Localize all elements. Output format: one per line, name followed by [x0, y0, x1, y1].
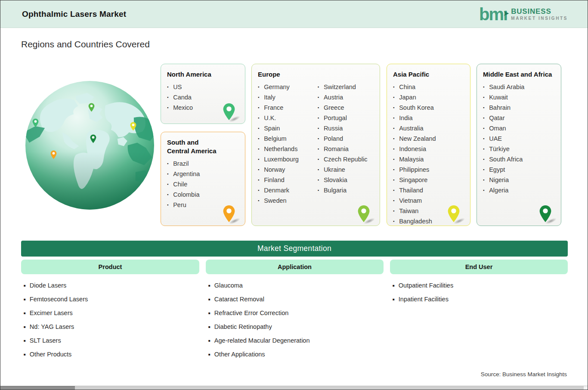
- segment-item: ■Excimer Lasers: [24, 310, 88, 318]
- logo-line1: BUSINESS: [511, 8, 568, 15]
- country-item: ▪Luxembourg: [258, 155, 318, 165]
- horizontal-scrollbar[interactable]: [0, 386, 588, 390]
- bullet-icon: ■: [24, 297, 26, 301]
- country-label: Slovakia: [324, 175, 347, 185]
- country-label: Kuwait: [489, 93, 508, 102]
- country-item: ▪South Africa: [483, 155, 555, 165]
- scrollbar-thumb[interactable]: [0, 386, 75, 390]
- bullet-icon: ▪: [483, 93, 484, 102]
- country-item: ▪Algeria: [483, 186, 555, 196]
- segment-item: ■Nd: YAG Lasers: [24, 323, 88, 332]
- country-item: ▪Saudi Arabia: [483, 82, 555, 93]
- country-label: Ukraine: [324, 165, 345, 174]
- bullet-icon: ■: [208, 353, 210, 356]
- country-item: ▪Colombia: [167, 190, 239, 200]
- country-label: Bahrain: [489, 103, 511, 112]
- country-item: ▪Portugal: [318, 113, 374, 124]
- segment-item: ■Other Products: [24, 351, 88, 359]
- bullet-icon: ▪: [483, 175, 484, 185]
- bmi-logo-icon: bmı➤: [479, 6, 507, 23]
- bullet-icon: ▪: [393, 175, 394, 185]
- country-item: ▪Chile: [167, 180, 239, 190]
- segment-list-product: ■Diode Lasers■Femtosecond Lasers■Excimer…: [24, 282, 88, 365]
- segment-header-end-user: End User: [390, 260, 568, 274]
- bullet-icon: ▪: [318, 124, 319, 133]
- country-label: New Zealand: [399, 134, 436, 143]
- segment-item: ■Diabetic Retinopathy: [208, 323, 310, 332]
- region-title: Europe: [258, 70, 374, 79]
- country-item: ▪Ukraine: [318, 165, 374, 175]
- segment-label: Other Applications: [214, 351, 265, 358]
- segment-item: ■Femtosecond Lasers: [24, 296, 88, 304]
- country-item: ▪Spain: [258, 124, 318, 134]
- country-label: Bangladesh: [399, 217, 432, 226]
- country-label: Luxembourg: [264, 155, 299, 164]
- country-label: South Africa: [489, 155, 523, 164]
- country-label: Bulgaria: [324, 186, 347, 195]
- bullet-icon: ■: [24, 353, 26, 356]
- bullet-icon: ▪: [483, 82, 484, 92]
- bullet-icon: ■: [208, 339, 210, 343]
- bullet-icon: ▪: [167, 82, 168, 92]
- bullet-icon: ▪: [167, 159, 168, 168]
- country-item: ▪U.K.: [258, 113, 318, 124]
- page-title: Ophthalmic Lasers Market: [22, 9, 126, 19]
- country-item: ▪Czech Republic: [318, 155, 374, 165]
- bullet-icon: ▪: [393, 217, 394, 226]
- segment-list-application: ■Glaucoma■Cataract Removal■Refractive Er…: [208, 282, 310, 365]
- logo-line2: MARKET INSIGHTS: [511, 16, 568, 21]
- bullet-icon: ▪: [393, 93, 394, 102]
- region-card-europe: Europe ▪Germany▪Italy▪France▪U.K.▪Spain▪…: [251, 64, 380, 226]
- bullet-icon: ■: [208, 297, 210, 301]
- country-list-left: ▪Germany▪Italy▪France▪U.K.▪Spain▪Belgium…: [258, 82, 318, 206]
- bullet-icon: ▪: [167, 190, 168, 199]
- country-label: Japan: [399, 93, 416, 102]
- map-pin-icon: [447, 205, 460, 223]
- segment-item: ■Refractive Error Correction: [208, 310, 310, 318]
- country-label: Chile: [173, 180, 187, 189]
- segment-label: Age-related Macular Degeneration: [214, 337, 310, 344]
- map-pin-icon: [357, 205, 370, 223]
- bullet-icon: ▪: [393, 165, 394, 174]
- bullet-icon: ▪: [393, 196, 394, 205]
- bullet-icon: ▪: [393, 103, 394, 112]
- bullet-icon: ▪: [318, 155, 319, 164]
- globe-illustration: [25, 80, 155, 210]
- country-label: Finland: [264, 175, 285, 185]
- country-item: ▪Switzerland: [318, 82, 374, 93]
- bullet-icon: ▪: [258, 144, 259, 154]
- country-label: Mexico: [173, 103, 193, 112]
- europe-columns: ▪Germany▪Italy▪France▪U.K.▪Spain▪Belgium…: [258, 82, 374, 206]
- country-item: ▪South Korea: [393, 103, 464, 113]
- country-label: Italy: [264, 93, 275, 102]
- bullet-icon: ▪: [258, 175, 259, 185]
- globe-pin-north-america-icon: [32, 118, 39, 127]
- country-label: Taiwan: [399, 206, 418, 216]
- country-item: ▪UAE: [483, 134, 555, 144]
- country-item: ▪Denmark: [258, 186, 318, 196]
- country-label: Norway: [264, 165, 285, 174]
- bullet-icon: ■: [208, 284, 210, 288]
- section-title: Regions and Countries Covered: [21, 39, 150, 50]
- bullet-icon: ▪: [483, 103, 484, 112]
- bullet-icon: ▪: [167, 93, 168, 102]
- country-item: ▪Netherlands: [258, 144, 318, 155]
- country-label: Belgium: [264, 134, 286, 143]
- bullet-icon: ■: [393, 284, 395, 288]
- bullet-icon: ▪: [393, 113, 394, 123]
- bullet-icon: ▪: [318, 134, 319, 143]
- country-item: ▪Canda: [167, 93, 239, 103]
- globe-pin-asia-pacific-icon: [130, 122, 136, 131]
- bullet-icon: ▪: [318, 113, 319, 123]
- segment-label: Inpatient Facilities: [399, 296, 449, 303]
- country-item: ▪Egypt: [483, 165, 555, 175]
- segment-label: Excimer Lasers: [30, 310, 73, 316]
- bullet-icon: ▪: [167, 103, 168, 112]
- segment-label: Diode Lasers: [30, 282, 66, 289]
- country-item: ▪New Zealand: [393, 134, 464, 144]
- country-list: ▪Brazil▪Argentina▪Chile▪Colombia▪Peru: [167, 159, 239, 210]
- bullet-icon: ▪: [393, 206, 394, 216]
- segment-label: Glaucoma: [214, 282, 243, 289]
- country-item: ▪Finland: [258, 175, 318, 186]
- segment-label: SLT Lasers: [30, 337, 61, 344]
